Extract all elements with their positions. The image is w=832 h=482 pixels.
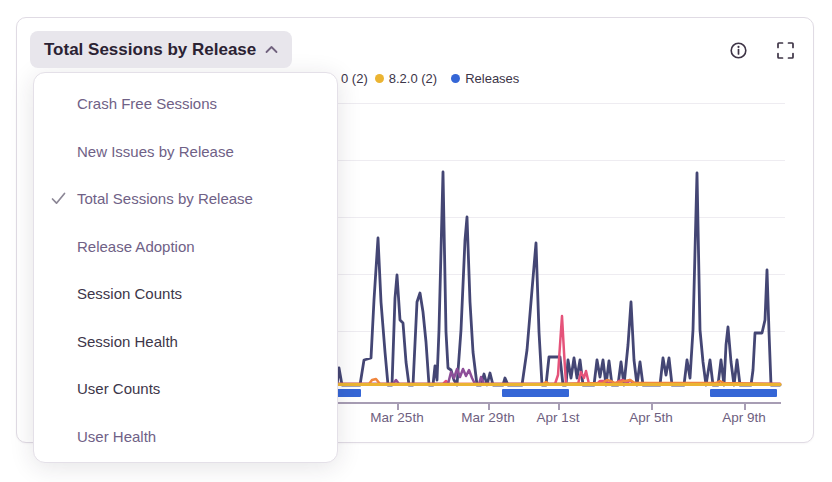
legend-dot-icon [375,74,384,83]
menu-item-new-issues-by-release[interactable]: New Issues by Release [34,128,337,176]
release-bar[interactable] [710,389,777,397]
legend-item-label: 8.2.0 (2) [389,71,437,86]
legend-item-label: Releases [465,71,519,86]
legend-item-8-2-0-2-[interactable]: 8.2.0 (2) [375,71,437,86]
menu-item-label: Release Adoption [77,238,195,255]
release-bar[interactable] [502,389,569,397]
release-bar[interactable] [337,389,361,397]
widget-title: Total Sessions by Release [44,40,256,60]
menu-item-release-adoption[interactable]: Release Adoption [34,223,337,271]
widget-type-dropdown-menu: Crash Free SessionsNew Issues by Release… [33,72,338,463]
menu-item-label: Crash Free Sessions [77,95,217,112]
legend-item-clipped[interactable]: 0 (2) [341,71,368,86]
chevron-up-icon [265,45,278,54]
page: 8.0.1 (1) 8.0.256 (2) 8.1.0 (2) 8.1.5 0 … [0,0,832,482]
menu-item-label: Session Counts [77,285,182,302]
legend-dot-icon [451,74,460,83]
x-axis-label: Apr 5th [629,410,673,425]
menu-item-label: Session Health [77,333,178,350]
x-axis-label: Apr 9th [722,410,766,425]
fullscreen-icon[interactable] [777,42,794,59]
menu-item-label: User Counts [77,380,160,397]
menu-item-label: Total Sessions by Release [77,190,253,207]
menu-item-session-counts[interactable]: Session Counts [34,270,337,318]
legend-item-releases[interactable]: Releases [451,71,519,86]
checkmark-icon [50,190,67,207]
menu-item-label: New Issues by Release [77,143,234,160]
x-axis-label: Mar 25th [370,410,423,425]
chart-legend: 0 (2) 8.2.0 (2)Releases [341,70,519,87]
x-axis-label: Mar 29th [461,410,514,425]
menu-item-crash-free-sessions[interactable]: Crash Free Sessions [34,80,337,128]
menu-item-label: User Health [77,428,156,445]
menu-item-user-health[interactable]: User Health [34,413,337,461]
widget-title-dropdown-button[interactable]: Total Sessions by Release [30,31,292,68]
menu-item-session-health[interactable]: Session Health [34,318,337,366]
menu-item-user-counts[interactable]: User Counts [34,365,337,413]
menu-item-total-sessions-by-release[interactable]: Total Sessions by Release [34,175,337,223]
info-icon[interactable] [730,42,747,59]
x-axis-label: Apr 1st [537,410,580,425]
